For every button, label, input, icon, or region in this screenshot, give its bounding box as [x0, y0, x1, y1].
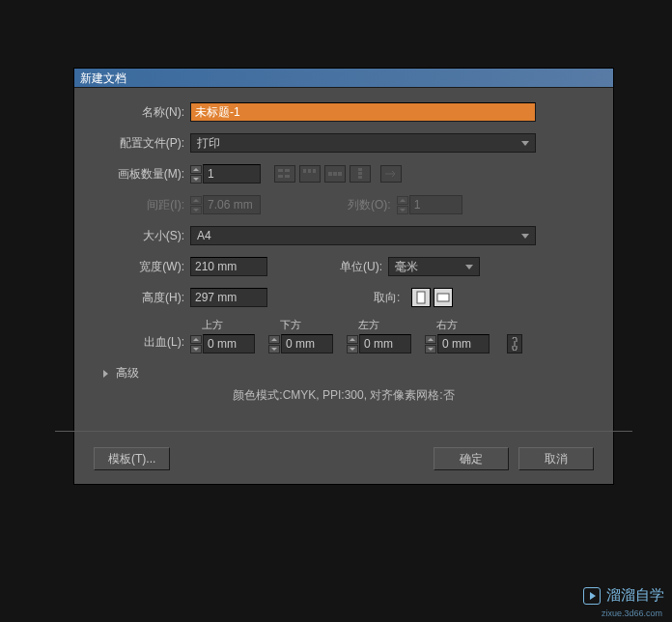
spinner-down-icon — [397, 206, 408, 214]
columns-input — [409, 195, 462, 214]
size-select[interactable]: A4 — [190, 226, 536, 245]
width-label: 宽度(W): — [94, 259, 190, 275]
mode-info: 颜色模式:CMYK, PPI:300, 对齐像素网格:否 — [94, 387, 594, 404]
spacing-input — [203, 195, 261, 214]
spacing-label: 间距(I): — [98, 197, 190, 213]
cancel-button[interactable]: 取消 — [518, 447, 594, 470]
landscape-icon[interactable] — [434, 288, 453, 307]
spinner-up-icon[interactable] — [347, 335, 358, 344]
spinner-up-icon — [190, 196, 202, 205]
watermark: 溜溜自学 — [583, 586, 664, 605]
columns-spinner — [397, 196, 408, 214]
portrait-icon[interactable] — [411, 288, 431, 307]
templates-button[interactable]: 模板(T)... — [94, 447, 170, 470]
svg-rect-10 — [358, 168, 362, 171]
artboards-input[interactable] — [203, 164, 261, 184]
arrange-row-icon[interactable] — [324, 165, 346, 183]
svg-rect-8 — [333, 172, 337, 176]
orientation-label: 取向: — [374, 290, 406, 306]
spinner-down-icon[interactable] — [425, 345, 436, 353]
svg-rect-12 — [358, 176, 362, 179]
bleed-top-label: 上方 — [190, 318, 255, 332]
bleed-left-input[interactable] — [359, 334, 411, 353]
chevron-down-icon — [465, 265, 473, 269]
bleed-top-spinner[interactable] — [190, 335, 202, 353]
artboards-label: 画板数量(M): — [94, 166, 190, 183]
height-label: 高度(H): — [94, 290, 190, 306]
bleed-right-label: 右方 — [425, 318, 490, 332]
arrange-direction — [380, 165, 402, 183]
advanced-toggle[interactable]: 高级 — [103, 365, 594, 382]
bleed-bottom-spinner[interactable] — [268, 335, 280, 353]
dialog-content: 名称(N): 配置文件(P): 打印 画板数量(M): — [74, 88, 613, 425]
arrange-grid-row-icon[interactable] — [274, 165, 295, 183]
height-input[interactable] — [190, 288, 267, 307]
spinner-down-icon[interactable] — [190, 345, 202, 353]
name-label: 名称(N): — [94, 104, 190, 121]
spinner-up-icon[interactable] — [190, 335, 202, 344]
bleed-right-input[interactable] — [437, 334, 490, 353]
spinner-down-icon[interactable] — [347, 345, 358, 353]
svg-rect-14 — [437, 294, 449, 301]
bleed-bottom-input[interactable] — [281, 334, 333, 353]
disclosure-right-icon — [103, 370, 108, 378]
link-bleed-icon[interactable] — [507, 334, 522, 353]
spacing-spinner — [190, 196, 202, 214]
profile-value: 打印 — [197, 135, 220, 152]
chevron-down-icon — [521, 141, 529, 146]
svg-rect-3 — [285, 175, 290, 178]
chevron-down-icon — [521, 234, 529, 239]
bleed-bottom-label: 下方 — [268, 318, 333, 332]
arrange-ltr-icon[interactable] — [380, 165, 402, 183]
profile-label: 配置文件(P): — [94, 135, 190, 152]
dialog-buttons: 模板(T)... 确定 取消 — [74, 438, 613, 484]
svg-rect-9 — [338, 172, 342, 176]
bleed-right-spinner[interactable] — [425, 335, 436, 353]
units-value: 毫米 — [395, 259, 418, 275]
spinner-up-icon[interactable] — [190, 165, 202, 174]
watermark-url: zixue.3d66.com — [602, 608, 662, 618]
width-input[interactable] — [190, 257, 267, 276]
dialog-titlebar[interactable]: 新建文档 — [74, 69, 613, 88]
advanced-label: 高级 — [116, 365, 139, 382]
spinner-down-icon[interactable] — [190, 175, 202, 184]
ok-button[interactable]: 确定 — [434, 447, 509, 470]
svg-rect-0 — [278, 169, 283, 172]
arrange-buttons — [274, 165, 371, 183]
svg-rect-4 — [303, 169, 306, 173]
bleed-top-input[interactable] — [203, 334, 255, 353]
spinner-down-icon[interactable] — [268, 345, 280, 353]
units-select[interactable]: 毫米 — [388, 257, 480, 276]
name-input[interactable] — [190, 102, 536, 122]
arrange-grid-col-icon[interactable] — [299, 165, 321, 183]
orientation-group — [411, 288, 453, 307]
svg-rect-13 — [417, 292, 425, 303]
spinner-up-icon[interactable] — [425, 335, 436, 344]
spinner-down-icon — [190, 206, 202, 214]
columns-label: 列数(O): — [348, 197, 397, 213]
spinner-up-icon[interactable] — [268, 335, 280, 344]
arrange-col-icon[interactable] — [350, 165, 371, 183]
new-document-dialog: 新建文档 名称(N): 配置文件(P): 打印 画板数量(M): — [73, 68, 614, 485]
size-value: A4 — [197, 229, 211, 242]
dialog-title: 新建文档 — [80, 71, 126, 85]
bleed-label: 出血(L): — [94, 334, 190, 353]
watermark-text: 溜溜自学 — [606, 586, 664, 605]
profile-select[interactable]: 打印 — [190, 133, 536, 153]
svg-rect-2 — [278, 175, 283, 178]
bleed-left-label: 左方 — [347, 318, 411, 332]
artboards-spinner[interactable] — [190, 165, 202, 184]
bleed-group: 上方 下方 左方 — [190, 318, 522, 353]
svg-rect-5 — [308, 169, 311, 173]
svg-rect-7 — [328, 172, 332, 176]
play-icon — [583, 587, 601, 605]
svg-rect-1 — [285, 169, 290, 172]
spinner-up-icon — [397, 196, 408, 205]
size-label: 大小(S): — [94, 228, 190, 244]
svg-rect-11 — [358, 172, 362, 175]
svg-rect-6 — [313, 169, 316, 173]
bleed-left-spinner[interactable] — [347, 335, 358, 353]
divider — [55, 431, 632, 432]
units-label: 单位(U): — [340, 259, 388, 275]
